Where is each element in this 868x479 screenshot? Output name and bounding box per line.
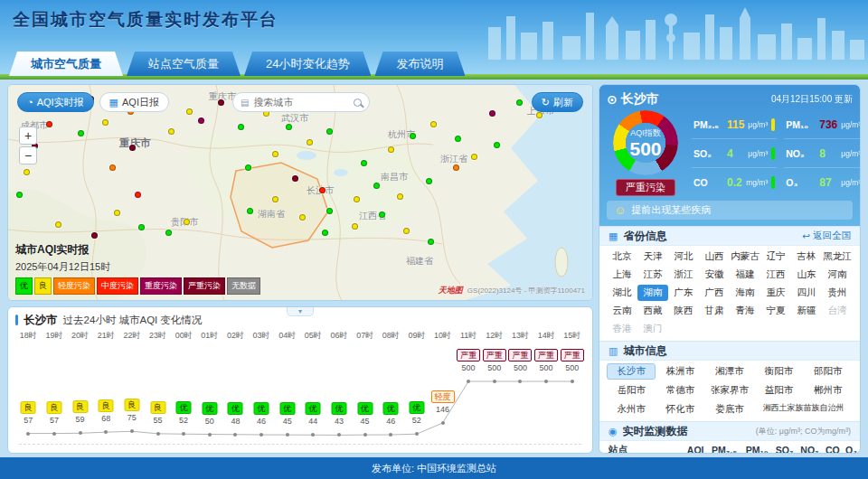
tab-2[interactable]: 站点空气质量 — [127, 52, 241, 76]
aqi-station-dot[interactable] — [91, 232, 98, 239]
aqi-station-dot[interactable] — [352, 223, 358, 230]
city-item[interactable]: 岳阳市 — [607, 382, 656, 399]
aqi-station-dot[interactable] — [16, 192, 23, 198]
province-item[interactable]: 山东 — [791, 267, 822, 283]
aqi-station-dot[interactable] — [114, 210, 120, 216]
aqi-station-dot[interactable] — [403, 228, 410, 234]
city-item[interactable]: 湘潭市 — [705, 363, 754, 380]
province-item[interactable]: 黑龙江 — [822, 249, 853, 265]
aqi-station-dot[interactable] — [453, 164, 459, 171]
city-item[interactable]: 常德市 — [656, 382, 704, 399]
province-item[interactable]: 澳门 — [637, 321, 668, 337]
city-item[interactable]: 怀化市 — [656, 401, 704, 418]
province-item[interactable]: 内蒙古 — [730, 249, 760, 265]
province-item[interactable]: 四川 — [791, 285, 822, 301]
aqi-station-dot[interactable] — [388, 146, 394, 153]
aqi-station-dot[interactable] — [78, 130, 84, 136]
province-item[interactable]: 江苏 — [637, 267, 668, 283]
aqi-station-dot[interactable] — [218, 99, 224, 106]
province-item[interactable]: 河北 — [668, 249, 699, 265]
aqi-station-dot[interactable] — [494, 142, 500, 148]
aqi-station-dot[interactable] — [379, 211, 385, 218]
aqi-realtime-button[interactable]: ◔ AQI实时报 — [17, 92, 94, 112]
aqi-station-dot[interactable] — [286, 124, 292, 130]
aqi-station-dot[interactable] — [307, 139, 313, 146]
province-item[interactable]: 北京 — [607, 249, 637, 265]
zoom-out-button[interactable]: − — [19, 146, 37, 164]
city-item[interactable]: 娄底市 — [705, 401, 754, 418]
zoom-in-button[interactable]: + — [19, 127, 37, 145]
aqi-station-dot[interactable] — [245, 164, 251, 171]
aqi-station-dot[interactable] — [299, 214, 306, 221]
search-input[interactable] — [253, 97, 349, 108]
province-item[interactable]: 江西 — [760, 267, 791, 283]
province-item[interactable]: 云南 — [607, 303, 637, 319]
province-item[interactable]: 河南 — [822, 267, 853, 283]
city-item[interactable]: 湘西土家族苗族自治州 — [754, 401, 853, 418]
search-icon[interactable] — [354, 99, 362, 107]
aqi-station-dot[interactable] — [430, 121, 437, 127]
province-item[interactable]: 青海 — [730, 303, 760, 319]
city-item[interactable]: 长沙市 — [607, 363, 656, 380]
aqi-station-dot[interactable] — [397, 193, 403, 200]
aqi-station-dot[interactable] — [428, 239, 434, 245]
province-item[interactable]: 贵州 — [822, 285, 853, 301]
aqi-station-dot[interactable] — [186, 108, 193, 115]
tab-1[interactable]: 城市空气质量 — [9, 52, 123, 76]
province-item[interactable]: 台湾 — [822, 303, 853, 319]
aqi-station-dot[interactable] — [198, 117, 204, 124]
province-item[interactable]: 重庆 — [760, 285, 791, 301]
aqi-station-dot[interactable] — [129, 145, 136, 151]
aqi-station-dot[interactable] — [536, 112, 542, 118]
province-item[interactable]: 西藏 — [637, 303, 668, 319]
tab-3[interactable]: 24小时变化趋势 — [244, 52, 371, 76]
aqi-station-dot[interactable] — [168, 128, 175, 135]
tab-4[interactable]: 发布说明 — [374, 52, 465, 76]
aqi-station-dot[interactable] — [247, 208, 253, 214]
province-item[interactable]: 福建 — [730, 267, 760, 283]
back-to-national-link[interactable]: ↩ 返回全国 — [802, 230, 851, 242]
aqi-station-dot[interactable] — [55, 221, 61, 228]
aqi-station-dot[interactable] — [516, 99, 523, 106]
aqi-station-dot[interactable] — [109, 164, 116, 171]
aqi-station-dot[interactable] — [319, 187, 326, 193]
aqi-station-dot[interactable] — [292, 175, 298, 182]
province-item[interactable]: 天津 — [637, 249, 668, 265]
aqi-station-dot[interactable] — [46, 121, 52, 127]
aqi-station-dot[interactable] — [354, 196, 360, 202]
province-item[interactable]: 新疆 — [791, 303, 822, 319]
city-item[interactable]: 永州市 — [607, 401, 656, 418]
city-item[interactable]: 邵阳市 — [804, 363, 853, 380]
aqi-station-dot[interactable] — [322, 230, 328, 236]
refresh-button[interactable]: ↻ 刷新 — [532, 92, 583, 112]
province-item[interactable]: 浙江 — [668, 267, 699, 283]
province-item[interactable]: 安徽 — [699, 267, 730, 283]
province-item[interactable]: 湖北 — [607, 285, 637, 301]
aqi-station-dot[interactable] — [489, 110, 495, 117]
province-item[interactable]: 广东 — [668, 285, 699, 301]
aqi-station-dot[interactable] — [138, 224, 145, 230]
city-item[interactable]: 衡阳市 — [754, 363, 803, 380]
aqi-station-dot[interactable] — [410, 133, 416, 139]
aqi-station-dot[interactable] — [272, 151, 278, 157]
province-item[interactable]: 上海 — [607, 267, 637, 283]
aqi-station-dot[interactable] — [455, 136, 461, 142]
province-item[interactable]: 吉林 — [791, 249, 822, 265]
province-item[interactable]: 宁夏 — [760, 303, 791, 319]
aqi-station-dot[interactable] — [165, 230, 172, 236]
collapse-chart-button[interactable]: ▾ — [287, 307, 314, 316]
province-item[interactable]: 广西 — [699, 285, 730, 301]
city-item[interactable]: 郴州市 — [804, 382, 853, 399]
province-item[interactable]: 辽宁 — [760, 249, 791, 265]
aqi-station-dot[interactable] — [426, 178, 432, 184]
province-item[interactable]: 海南 — [730, 285, 760, 301]
aqi-station-dot[interactable] — [272, 196, 278, 202]
aqi-station-dot[interactable] — [184, 219, 190, 225]
aqi-station-dot[interactable] — [238, 124, 244, 130]
aqi-station-dot[interactable] — [326, 128, 333, 135]
city-item[interactable]: 株洲市 — [656, 363, 704, 380]
province-item[interactable]: 山西 — [699, 249, 730, 265]
aqi-daily-button[interactable]: ▦ AQI日报 — [99, 92, 169, 112]
aqi-station-dot[interactable] — [361, 160, 367, 166]
province-item[interactable]: 陕西 — [668, 303, 699, 319]
